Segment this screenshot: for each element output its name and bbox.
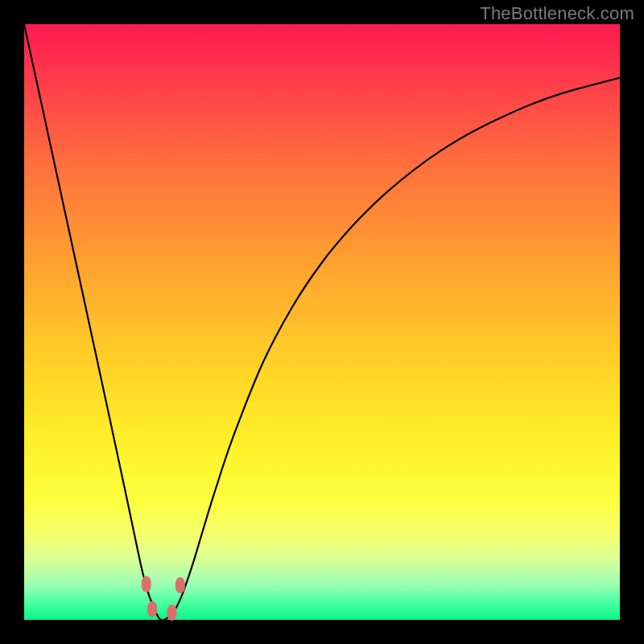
chart-frame: TheBottleneck.com bbox=[0, 0, 644, 644]
curve-marker bbox=[175, 577, 185, 593]
bottleneck-curve-path bbox=[24, 24, 620, 620]
curve-markers bbox=[142, 576, 185, 621]
curve-svg bbox=[24, 24, 620, 620]
curve-marker bbox=[167, 605, 177, 621]
curve-marker bbox=[147, 601, 157, 617]
watermark-text: TheBottleneck.com bbox=[480, 3, 634, 24]
bottleneck-chart bbox=[24, 24, 620, 620]
curve-marker bbox=[142, 576, 151, 592]
